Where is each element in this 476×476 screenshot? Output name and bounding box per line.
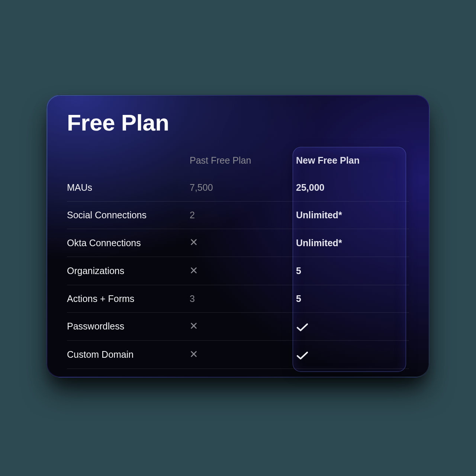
- header-new: New Free Plan: [283, 147, 409, 174]
- check-icon: [296, 350, 306, 360]
- table-row: Actions + Forms 3 5: [67, 285, 409, 312]
- comparison-table: Past Free Plan New Free Plan MAUs 7,500 …: [67, 147, 409, 369]
- past-value: [190, 229, 283, 257]
- feature-label: Social Connections: [67, 202, 190, 229]
- feature-label: Okta Connections: [67, 229, 190, 257]
- table-row: Custom Domain: [67, 341, 409, 369]
- new-value: 25,000: [283, 174, 409, 202]
- x-icon: [190, 266, 200, 277]
- past-value: [190, 312, 283, 340]
- card-title: Free Plan: [67, 109, 409, 136]
- new-value: Unlimited*: [283, 229, 409, 257]
- table-row: Okta Connections Unlimited*: [67, 229, 409, 257]
- new-value: 5: [283, 257, 409, 285]
- feature-label: MAUs: [67, 174, 190, 202]
- table-row: Social Connections 2 Unlimited*: [67, 202, 409, 229]
- new-value: [283, 312, 409, 340]
- table-row: Organizations 5: [67, 257, 409, 285]
- past-value: [190, 341, 283, 369]
- x-icon: [190, 238, 200, 248]
- x-icon: [190, 322, 200, 332]
- check-icon: [296, 322, 306, 332]
- x-icon: [190, 350, 200, 360]
- feature-label: Organizations: [67, 257, 190, 285]
- past-value: 2: [190, 202, 283, 229]
- header-empty: [67, 147, 190, 174]
- past-value: 7,500: [190, 174, 283, 202]
- comparison-table-wrap: Past Free Plan New Free Plan MAUs 7,500 …: [67, 147, 409, 369]
- feature-label: Passwordless: [67, 312, 190, 340]
- feature-label: Actions + Forms: [67, 285, 190, 312]
- past-value: 3: [190, 285, 283, 312]
- table-row: Passwordless: [67, 312, 409, 340]
- pricing-comparison-card: Free Plan Past Free Plan New Free Plan M…: [46, 95, 430, 377]
- feature-label: Custom Domain: [67, 341, 190, 369]
- table-row: MAUs 7,500 25,000: [67, 174, 409, 202]
- past-value: [190, 257, 283, 285]
- new-value: [283, 341, 409, 369]
- header-past: Past Free Plan: [190, 147, 283, 174]
- new-value: Unlimited*: [283, 202, 409, 229]
- new-value: 5: [283, 285, 409, 312]
